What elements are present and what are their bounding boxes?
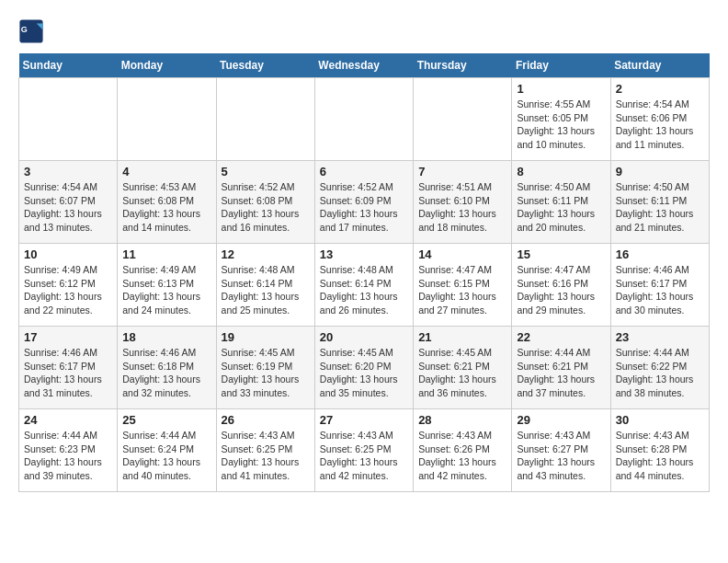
day-info: Sunrise: 4:49 AM Sunset: 6:12 PM Dayligh…	[24, 263, 112, 317]
day-number: 20	[320, 330, 408, 344]
calendar-cell: 30Sunrise: 4:43 AM Sunset: 6:28 PM Dayli…	[610, 409, 709, 492]
day-info: Sunrise: 4:43 AM Sunset: 6:26 PM Dayligh…	[418, 429, 506, 483]
day-number: 3	[24, 165, 112, 178]
calendar-body: 1Sunrise: 4:55 AM Sunset: 6:05 PM Daylig…	[19, 78, 710, 492]
calendar-week-4: 17Sunrise: 4:46 AM Sunset: 6:17 PM Dayli…	[19, 327, 710, 409]
calendar-cell: 6Sunrise: 4:52 AM Sunset: 6:09 PM Daylig…	[314, 161, 413, 244]
day-number: 23	[616, 330, 704, 344]
calendar-cell: 10Sunrise: 4:49 AM Sunset: 6:12 PM Dayli…	[19, 244, 118, 327]
logo: G	[18, 18, 48, 44]
calendar-cell: 19Sunrise: 4:45 AM Sunset: 6:19 PM Dayli…	[216, 327, 314, 409]
weekday-header-wednesday: Wednesday	[314, 53, 413, 78]
calendar-week-2: 3Sunrise: 4:54 AM Sunset: 6:07 PM Daylig…	[19, 161, 710, 244]
calendar-cell: 7Sunrise: 4:51 AM Sunset: 6:10 PM Daylig…	[414, 161, 512, 244]
day-number: 2	[616, 82, 704, 96]
day-info: Sunrise: 4:44 AM Sunset: 6:23 PM Dayligh…	[24, 429, 112, 483]
day-info: Sunrise: 4:43 AM Sunset: 6:25 PM Dayligh…	[320, 429, 408, 483]
day-number: 21	[418, 330, 506, 344]
calendar-cell	[216, 78, 314, 161]
day-info: Sunrise: 4:52 AM Sunset: 6:08 PM Dayligh…	[222, 180, 310, 235]
calendar-cell: 26Sunrise: 4:43 AM Sunset: 6:25 PM Dayli…	[216, 409, 314, 492]
day-info: Sunrise: 4:47 AM Sunset: 6:16 PM Dayligh…	[517, 263, 605, 317]
day-number: 27	[320, 413, 408, 427]
day-number: 14	[418, 247, 506, 261]
day-info: Sunrise: 4:52 AM Sunset: 6:09 PM Dayligh…	[320, 180, 408, 235]
calendar-cell: 5Sunrise: 4:52 AM Sunset: 6:08 PM Daylig…	[216, 161, 314, 244]
day-number: 29	[517, 413, 605, 427]
calendar-cell: 21Sunrise: 4:45 AM Sunset: 6:21 PM Dayli…	[414, 327, 512, 409]
calendar-week-5: 24Sunrise: 4:44 AM Sunset: 6:23 PM Dayli…	[19, 409, 710, 492]
day-info: Sunrise: 4:54 AM Sunset: 6:07 PM Dayligh…	[24, 180, 112, 235]
day-info: Sunrise: 4:55 AM Sunset: 6:05 PM Dayligh…	[517, 98, 605, 152]
calendar-cell: 28Sunrise: 4:43 AM Sunset: 6:26 PM Dayli…	[414, 409, 512, 492]
day-info: Sunrise: 4:45 AM Sunset: 6:20 PM Dayligh…	[320, 346, 408, 400]
day-info: Sunrise: 4:44 AM Sunset: 6:22 PM Dayligh…	[616, 346, 704, 400]
calendar-cell: 9Sunrise: 4:50 AM Sunset: 6:11 PM Daylig…	[610, 161, 709, 244]
weekday-header-row: SundayMondayTuesdayWednesdayThursdayFrid…	[19, 53, 710, 78]
day-info: Sunrise: 4:46 AM Sunset: 6:17 PM Dayligh…	[616, 263, 704, 317]
calendar-cell	[19, 78, 118, 161]
day-info: Sunrise: 4:50 AM Sunset: 6:11 PM Dayligh…	[616, 180, 704, 235]
calendar-cell	[118, 78, 216, 161]
calendar-cell: 13Sunrise: 4:48 AM Sunset: 6:14 PM Dayli…	[314, 244, 413, 327]
day-number: 13	[320, 247, 408, 261]
day-info: Sunrise: 4:43 AM Sunset: 6:25 PM Dayligh…	[222, 429, 310, 483]
calendar-week-1: 1Sunrise: 4:55 AM Sunset: 6:05 PM Daylig…	[19, 78, 710, 161]
calendar-cell: 24Sunrise: 4:44 AM Sunset: 6:23 PM Dayli…	[19, 409, 118, 492]
weekday-header-sunday: Sunday	[19, 53, 118, 78]
calendar-cell: 29Sunrise: 4:43 AM Sunset: 6:27 PM Dayli…	[512, 409, 610, 492]
calendar-week-3: 10Sunrise: 4:49 AM Sunset: 6:12 PM Dayli…	[19, 244, 710, 327]
weekday-header-saturday: Saturday	[610, 53, 709, 78]
day-number: 9	[616, 165, 704, 178]
day-number: 15	[517, 247, 605, 261]
day-info: Sunrise: 4:54 AM Sunset: 6:06 PM Dayligh…	[616, 98, 704, 152]
calendar-cell: 17Sunrise: 4:46 AM Sunset: 6:17 PM Dayli…	[19, 327, 118, 409]
day-number: 25	[122, 413, 210, 427]
calendar-cell: 8Sunrise: 4:50 AM Sunset: 6:11 PM Daylig…	[512, 161, 610, 244]
calendar-cell: 11Sunrise: 4:49 AM Sunset: 6:13 PM Dayli…	[118, 244, 216, 327]
calendar-cell: 23Sunrise: 4:44 AM Sunset: 6:22 PM Dayli…	[610, 327, 709, 409]
weekday-header-thursday: Thursday	[414, 53, 512, 78]
day-info: Sunrise: 4:48 AM Sunset: 6:14 PM Dayligh…	[320, 263, 408, 317]
day-number: 30	[616, 413, 704, 427]
day-number: 6	[320, 165, 408, 178]
day-info: Sunrise: 4:50 AM Sunset: 6:11 PM Dayligh…	[517, 180, 605, 235]
calendar-cell: 12Sunrise: 4:48 AM Sunset: 6:14 PM Dayli…	[216, 244, 314, 327]
day-info: Sunrise: 4:47 AM Sunset: 6:15 PM Dayligh…	[418, 263, 506, 317]
calendar-cell: 14Sunrise: 4:47 AM Sunset: 6:15 PM Dayli…	[414, 244, 512, 327]
day-info: Sunrise: 4:51 AM Sunset: 6:10 PM Dayligh…	[418, 180, 506, 235]
day-number: 8	[517, 165, 605, 178]
calendar-cell: 20Sunrise: 4:45 AM Sunset: 6:20 PM Dayli…	[314, 327, 413, 409]
day-number: 28	[418, 413, 506, 427]
day-info: Sunrise: 4:53 AM Sunset: 6:08 PM Dayligh…	[122, 180, 210, 235]
day-number: 10	[24, 247, 112, 261]
calendar-cell: 16Sunrise: 4:46 AM Sunset: 6:17 PM Dayli…	[610, 244, 709, 327]
calendar-cell	[314, 78, 413, 161]
calendar-cell: 1Sunrise: 4:55 AM Sunset: 6:05 PM Daylig…	[512, 78, 610, 161]
day-number: 12	[222, 247, 310, 261]
day-number: 18	[122, 330, 210, 344]
weekday-header-friday: Friday	[512, 53, 610, 78]
calendar-table: SundayMondayTuesdayWednesdayThursdayFrid…	[18, 53, 710, 492]
day-number: 4	[122, 165, 210, 178]
day-info: Sunrise: 4:44 AM Sunset: 6:24 PM Dayligh…	[122, 429, 210, 483]
day-number: 19	[222, 330, 310, 344]
weekday-header-tuesday: Tuesday	[216, 53, 314, 78]
calendar-cell: 3Sunrise: 4:54 AM Sunset: 6:07 PM Daylig…	[19, 161, 118, 244]
calendar-cell: 2Sunrise: 4:54 AM Sunset: 6:06 PM Daylig…	[610, 78, 709, 161]
day-info: Sunrise: 4:48 AM Sunset: 6:14 PM Dayligh…	[222, 263, 310, 317]
day-number: 17	[24, 330, 112, 344]
calendar-cell: 27Sunrise: 4:43 AM Sunset: 6:25 PM Dayli…	[314, 409, 413, 492]
weekday-header-monday: Monday	[118, 53, 216, 78]
day-number: 22	[517, 330, 605, 344]
day-info: Sunrise: 4:43 AM Sunset: 6:28 PM Dayligh…	[616, 429, 704, 483]
day-number: 7	[418, 165, 506, 178]
day-info: Sunrise: 4:49 AM Sunset: 6:13 PM Dayligh…	[122, 263, 210, 317]
calendar-header: SundayMondayTuesdayWednesdayThursdayFrid…	[19, 53, 710, 78]
calendar-cell: 18Sunrise: 4:46 AM Sunset: 6:18 PM Dayli…	[118, 327, 216, 409]
day-info: Sunrise: 4:46 AM Sunset: 6:17 PM Dayligh…	[24, 346, 112, 400]
calendar-cell: 22Sunrise: 4:44 AM Sunset: 6:21 PM Dayli…	[512, 327, 610, 409]
day-number: 11	[122, 247, 210, 261]
day-info: Sunrise: 4:46 AM Sunset: 6:18 PM Dayligh…	[122, 346, 210, 400]
day-info: Sunrise: 4:45 AM Sunset: 6:21 PM Dayligh…	[418, 346, 506, 400]
